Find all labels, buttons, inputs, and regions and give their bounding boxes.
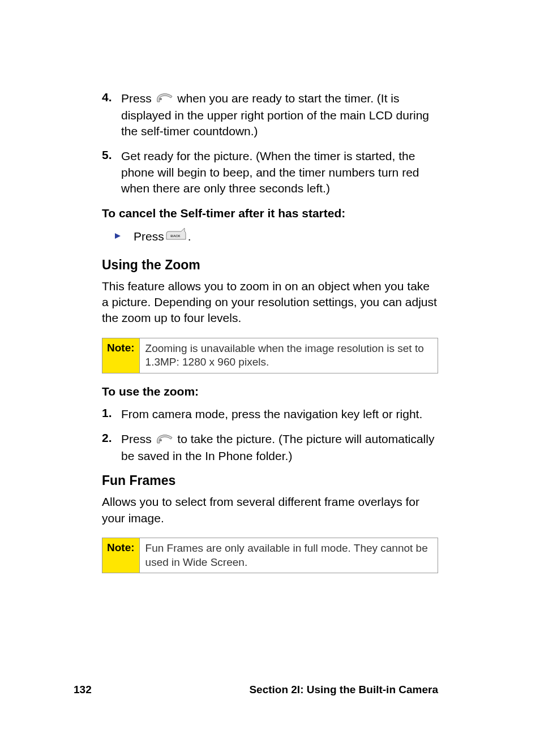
cancel-step: Press BACK . bbox=[114, 228, 438, 244]
zoom-step-1: 1. From camera mode, press the navigatio… bbox=[102, 406, 438, 422]
cancel-pre: Press bbox=[134, 229, 164, 244]
step-text: Get ready for the picture. (When the tim… bbox=[121, 149, 419, 195]
note-label: Note: bbox=[102, 338, 140, 373]
fun-frames-paragraph: Allows you to select from several differ… bbox=[102, 494, 438, 526]
zoom-step-2: 2. Press to take the picture. (The pictu… bbox=[102, 431, 438, 464]
note-fun-frames: Note: Fun Frames are only available in f… bbox=[102, 538, 438, 573]
cancel-post: . bbox=[188, 229, 191, 244]
step-body: Get ready for the picture. (When the tim… bbox=[121, 148, 438, 196]
camera-key-icon bbox=[156, 91, 173, 107]
step-number: 5. bbox=[102, 148, 121, 196]
section-title: Section 2I: Using the Built-in Camera bbox=[249, 684, 438, 696]
svg-marker-1 bbox=[115, 233, 121, 239]
step-text-pre: Press bbox=[121, 432, 155, 445]
step-body: From camera mode, press the navigation k… bbox=[121, 406, 438, 422]
step-text-pre: Press bbox=[121, 92, 155, 105]
step-body: Press when you are ready to start the ti… bbox=[121, 91, 438, 139]
camera-key-icon bbox=[156, 432, 173, 448]
zoom-paragraph: This feature allows you to zoom in on an… bbox=[102, 278, 438, 327]
note-zoom-resolution: Note: Zooming is unavailable when the im… bbox=[102, 338, 438, 373]
note-body: Zooming is unavailable when the image re… bbox=[140, 338, 438, 373]
note-label: Note: bbox=[102, 538, 140, 573]
step-5: 5. Get ready for the picture. (When the … bbox=[102, 148, 438, 196]
svg-text:BACK: BACK bbox=[170, 234, 181, 238]
fun-frames-heading: Fun Frames bbox=[102, 473, 438, 488]
svg-point-0 bbox=[160, 98, 162, 100]
using-the-zoom-heading: Using the Zoom bbox=[102, 257, 438, 273]
step-number: 1. bbox=[102, 406, 121, 422]
step-number: 2. bbox=[102, 431, 121, 464]
svg-point-3 bbox=[160, 439, 162, 441]
page-number: 132 bbox=[74, 684, 92, 696]
step-4: 4. Press when you are ready to start the… bbox=[102, 91, 438, 139]
step-body: Press to take the picture. (The picture … bbox=[121, 431, 438, 464]
bullet-icon bbox=[114, 232, 134, 241]
to-use-zoom-title: To use the zoom: bbox=[102, 385, 438, 398]
cancel-step-body: Press BACK . bbox=[134, 228, 191, 244]
step-number: 4. bbox=[102, 91, 121, 139]
cancel-self-timer-title: To cancel the Self-timer after it has st… bbox=[102, 207, 438, 220]
note-body: Fun Frames are only available in full mo… bbox=[140, 538, 438, 573]
back-key-icon: BACK bbox=[165, 228, 187, 244]
step-text: From camera mode, press the navigation k… bbox=[121, 407, 422, 420]
page-footer: 132 Section 2I: Using the Built-in Camer… bbox=[0, 684, 540, 696]
